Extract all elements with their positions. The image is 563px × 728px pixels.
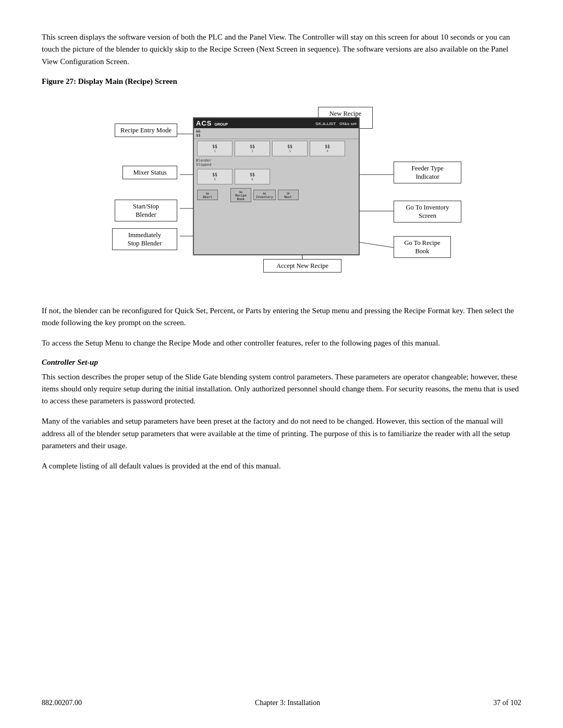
- figure-caption: Figure 27: Display Main (Recipe) Screen: [42, 77, 521, 86]
- mixer-row: &&$$: [194, 128, 359, 139]
- cell-4-num: 4: [326, 149, 328, 153]
- mixer-status-label: Mixer Status: [123, 166, 177, 179]
- footer-center: Chapter 3: Installation: [255, 699, 320, 707]
- recipe-entry-mode-label: Recipe Entry Mode: [115, 124, 177, 137]
- go-to-recipe-book-label: Go To RecipeBook: [394, 236, 451, 258]
- cell-2: $$ 2: [235, 141, 270, 156]
- cell-3: $$ 3: [272, 141, 308, 156]
- next-btn: 2# Next: [278, 190, 299, 200]
- start-stop-blender-label: Start/StopBlender: [115, 200, 177, 222]
- cell-6-val: $$: [250, 172, 255, 177]
- inventory-btn: && Inventory: [253, 190, 276, 200]
- cell-3-val: $$: [287, 144, 292, 149]
- recipe-book-btn: && RecipeBook: [230, 188, 251, 202]
- mixer-label-screen: &&$$: [196, 129, 200, 138]
- bottom-button-row: &&Abort && RecipeBook && Inventory 2# Ne…: [194, 186, 359, 204]
- cell-6: $$ 6: [235, 169, 270, 184]
- footer-right: 37 of 102: [493, 699, 521, 707]
- group-text: GROUP: [215, 122, 228, 126]
- status2-text: Of&s set: [339, 121, 357, 126]
- blender-stopped-label: BlenderStopped: [194, 158, 359, 167]
- cell-4-val: $$: [325, 144, 330, 149]
- cell-1-num: 1: [214, 149, 216, 153]
- status1-text: SK.&.LIST: [315, 121, 336, 126]
- cell-2-val: $$: [250, 144, 255, 149]
- cell-4: $$ 4: [310, 141, 345, 156]
- intro-paragraph: This screen displays the software versio…: [42, 31, 521, 68]
- page-footer: 882.00207.00 Chapter 3: Installation 37 …: [0, 699, 563, 707]
- cell-3-num: 3: [289, 149, 291, 153]
- acs-logo: ACS: [196, 119, 212, 127]
- cell-1-val: $$: [212, 144, 217, 149]
- svg-line-8: [360, 242, 394, 248]
- controller-setup-para1: This section describes the proper setup …: [42, 371, 521, 408]
- controller-setup-para2: Many of the variables and setup paramete…: [42, 415, 521, 452]
- go-to-inventory-screen-label: Go To InventoryScreen: [394, 201, 461, 223]
- cell-5-num: 5: [214, 177, 216, 181]
- blender-screen: ACS GROUP SK.&.LIST Of&s set &&$$ $$ 1: [193, 117, 360, 255]
- feeder-type-indicator-label: Feeder TypeIndicator: [394, 162, 461, 184]
- screen-header: ACS GROUP SK.&.LIST Of&s set: [194, 118, 359, 128]
- body-para2: To access the Setup Menu to change the R…: [42, 337, 521, 349]
- four-cell-row: $$ 1 $$ 2 $$ 3 $$ 4: [194, 139, 359, 158]
- cell-6-num: 6: [251, 177, 253, 181]
- cell-5-val: $$: [212, 172, 217, 177]
- cell-5: $$ 5: [197, 169, 232, 184]
- abort-btn: &&Abort: [197, 190, 218, 200]
- accept-new-recipe-label: Accept New Recipe: [263, 259, 341, 273]
- cell-2-num: 2: [251, 149, 253, 153]
- figure-diagram: Recipe Entry Mode Mixer Status Start/Sto…: [78, 91, 485, 289]
- controller-setup-heading: Controller Set-up: [42, 358, 521, 367]
- immediately-stop-blender-label: ImmediatelyStop Blender: [112, 228, 177, 251]
- cell-1: $$ 1: [197, 141, 232, 156]
- controller-setup-para3: A complete listing of all default values…: [42, 460, 521, 472]
- two-cell-row: $$ 5 $$ 6: [194, 167, 359, 186]
- body-para1: If not, the blender can be reconfigured …: [42, 305, 521, 329]
- footer-left: 882.00207.00: [42, 699, 82, 707]
